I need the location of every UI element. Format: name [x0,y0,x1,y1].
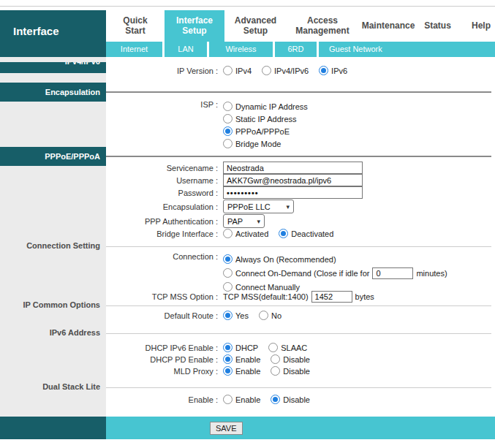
radio-option-ipv6[interactable]: IPv6 [319,66,347,75]
radio-option-always-on[interactable]: Always On (Recommended) [223,252,336,266]
section-divider [106,305,491,306]
radio-icon[interactable] [268,343,278,352]
radio-icon[interactable] [223,114,233,124]
radio-icon[interactable] [262,66,271,75]
radio-icon[interactable] [271,354,280,364]
subtab-wireless[interactable]: Wireless [209,42,273,57]
radio-icon[interactable] [223,395,233,404]
radio-label: Disable [283,367,310,376]
sidebar-section-label: PPPoE/PPPoA [45,152,100,161]
radio-icon-selected[interactable] [279,229,288,238]
field-ip-version: IP Version IPv4 IPv4/IPv6 IPv6 [106,66,495,75]
password-input[interactable] [223,186,363,199]
tab-advanced-setup[interactable]: Advanced Setup [224,10,287,42]
subtab-internet[interactable]: Internet [106,42,162,57]
field-encapsulation: Encapsulation PPPoE LLC ▾ [106,200,495,213]
sidebar [0,57,106,417]
radio-option-connect-on-demand[interactable]: Connect On-Demand (Close if idle for min… [223,266,447,280]
radio-icon[interactable] [223,102,233,111]
radio-option-ipv4[interactable]: IPv4 [223,66,252,75]
field-servicename: Servicename [106,162,495,174]
save-button[interactable]: SAVE [210,422,243,435]
radio-icon[interactable] [223,229,233,238]
radio-icon[interactable] [259,311,268,320]
page-title: Interface [0,10,106,57]
radio-option-dynamic-ip[interactable]: Dynamic IP Address [223,100,308,113]
radio-option-enable[interactable]: Enable [223,395,260,404]
radio-icon-selected[interactable] [223,254,233,264]
tab-access-management[interactable]: Access Management [287,10,358,42]
field-mld-proxy: MLD Proxy Enable Disable [106,366,495,376]
tcp-mss-input[interactable] [311,291,352,303]
radio-icon-selected[interactable] [319,66,328,75]
encapsulation-select[interactable]: PPPoE LLC ▾ [223,200,294,213]
sidebar-section-label: IPv4/IPv6 [0,62,100,66]
radio-option-disable[interactable]: Disable [271,354,310,364]
radio-label: PPPoA/PPPoE [235,127,290,136]
field-label: ISP [106,100,218,109]
radio-option-enable[interactable]: Enable [223,366,260,376]
tab-status[interactable]: Status [418,10,457,42]
radio-option-bridge-mode[interactable]: Bridge Mode [223,137,281,150]
radio-option-deactivated[interactable]: Deactivated [279,229,333,238]
radio-label: Enable [235,367,260,376]
radio-option-dhcp[interactable]: DHCP [223,343,258,352]
radio-icon-selected[interactable] [223,366,233,376]
radio-icon[interactable] [271,366,280,376]
radio-label: IPv4/IPv6 [274,67,309,75]
sub-tab-bar: Internet LAN Wireless 6RD Guest Network [106,42,495,57]
radio-icon[interactable] [223,139,233,148]
section-divider [106,387,491,388]
radio-icon-selected[interactable] [223,354,233,364]
tab-maintenance[interactable]: Maintenance [358,10,418,42]
idle-minutes-input[interactable] [372,267,413,279]
field-label: DHCP IPv6 Enable [106,343,218,352]
tcp-mss-prefix: TCP MSS(default:1400) [223,292,309,301]
select-value: PPPoE LLC [227,202,271,211]
radio-icon-selected[interactable] [223,126,233,136]
subtab-label: Internet [121,45,148,53]
radio-option-ipv4-ipv6[interactable]: IPv4/IPv6 [262,66,309,75]
radio-option-disable[interactable]: Disable [271,366,310,376]
radio-option-yes[interactable]: Yes [223,311,249,320]
field-default-route: Default Route Yes No [106,311,495,320]
tab-interface-setup[interactable]: Interface Setup [165,10,224,42]
tab-help[interactable]: Help [457,10,495,42]
radio-label: Deactivated [291,229,333,238]
field-label: Servicename [106,164,218,172]
radio-option-pppoa-pppoe[interactable]: PPPoA/PPPoE [223,125,290,137]
field-ppp-authentication: PPP Authentication PAP ▾ [106,214,495,228]
top-divider [0,6,495,7]
tab-quick-start[interactable]: Quick Start [106,10,165,42]
radio-icon[interactable] [223,66,233,75]
radio-option-enable[interactable]: Enable [223,354,260,364]
radio-icon-selected[interactable] [271,395,280,404]
field-dhcp-pd-enable: DHCP PD Enable Enable Disable [106,354,495,364]
radio-label: No [271,311,281,320]
field-connection: Connection Always On (Recommended) Conne… [106,252,495,294]
subtab-6rd[interactable]: 6RD [275,42,317,57]
subtab-label: Guest Network [329,45,382,53]
radio-option-no[interactable]: No [259,311,281,320]
section-divider [106,333,491,334]
radio-option-disable[interactable]: Disable [271,395,310,404]
radio-option-slaac[interactable]: SLAAC [268,343,307,352]
radio-label: Static IP Address [235,115,297,124]
section-divider [106,246,491,247]
subtab-label: 6RD [287,45,303,53]
subtab-lan[interactable]: LAN [165,42,207,57]
servicename-input[interactable] [223,162,363,174]
radio-label: IPv6 [331,67,347,75]
chevron-down-icon: ▾ [257,218,260,225]
radio-option-static-ip[interactable]: Static IP Address [223,113,297,125]
ppp-authentication-select[interactable]: PAP ▾ [223,214,265,228]
radio-icon-selected[interactable] [223,343,233,352]
radio-icon[interactable] [223,268,233,278]
sidebar-section-encapsulation: Encapsulation [0,83,106,102]
radio-option-activated[interactable]: Activated [223,229,268,238]
radio-label: Enable [235,355,260,364]
subtab-guest-network[interactable]: Guest Network [319,42,495,57]
radio-icon-selected[interactable] [223,311,233,320]
chevron-down-icon: ▾ [286,203,290,210]
username-input[interactable] [223,174,363,186]
